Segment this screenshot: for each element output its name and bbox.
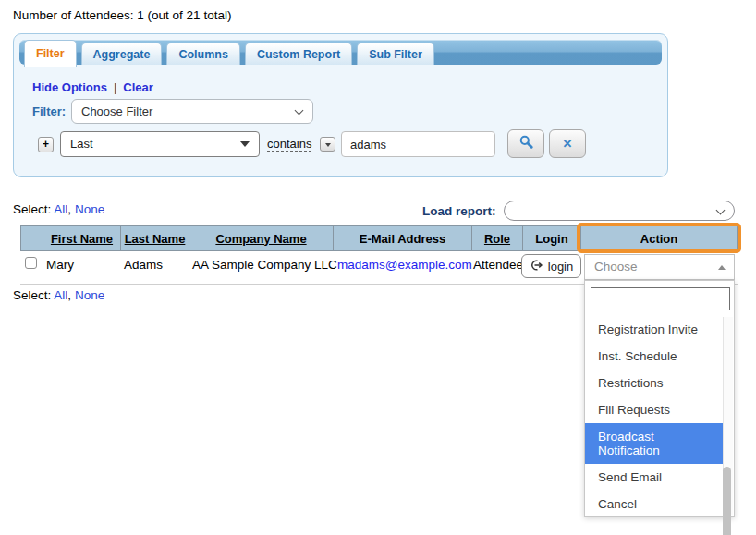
column-header-last-name[interactable]: Last Name — [121, 226, 189, 250]
choose-filter-value: Choose Filter — [81, 104, 152, 118]
select-none-link[interactable]: None — [75, 288, 104, 302]
operator-dropdown-button[interactable] — [320, 137, 335, 152]
email-cell: madams@example.com — [333, 251, 471, 284]
choose-filter-select[interactable]: Choose Filter — [71, 99, 313, 124]
chevron-down-icon — [295, 106, 304, 116]
dropdown-scrollbar-thumb[interactable] — [723, 467, 731, 535]
triangle-down-icon — [240, 141, 250, 147]
action-select-value: Choose — [594, 260, 638, 274]
login-cell: login — [522, 251, 580, 284]
dropdown-option-registration-invite[interactable]: Registration Invite — [585, 316, 725, 343]
filter-option-links: Hide Options|Clear — [32, 80, 153, 94]
tab-columns[interactable]: Columns — [166, 43, 239, 65]
operator-link[interactable]: contains — [267, 137, 311, 152]
action-select[interactable]: Choose — [584, 254, 735, 280]
filter-label: Filter: — [32, 104, 66, 118]
select-all-link[interactable]: All — [54, 202, 67, 216]
dropdown-option-inst-schedule[interactable]: Inst. Schedule — [585, 343, 725, 370]
select-label: Select: — [13, 202, 51, 216]
login-icon — [530, 259, 543, 274]
load-report-select[interactable] — [504, 201, 735, 221]
links-separator: | — [114, 80, 116, 94]
tab-bar: Filter Aggregate Columns Custom Report S… — [19, 40, 662, 65]
chevron-down-icon — [716, 206, 726, 215]
login-button-label: login — [548, 260, 573, 274]
clear-search-button[interactable]: ✕ — [549, 129, 586, 158]
tab-strip: Filter Aggregate Columns Custom Report S… — [24, 40, 434, 65]
action-cell: Choose — [580, 251, 738, 284]
first-name-cell: Mary — [43, 251, 120, 284]
tab-aggregate[interactable]: Aggregate — [81, 43, 163, 65]
column-header-company-name[interactable]: Company Name — [189, 226, 334, 250]
checkbox-cell — [20, 251, 43, 284]
column-header-action: Action — [581, 226, 737, 250]
magnifier-icon — [518, 134, 534, 153]
select-bar-top: Select: All,None — [13, 202, 104, 216]
load-report-label: Load report: — [422, 204, 496, 218]
column-header-login: Login — [523, 226, 581, 250]
tab-filter[interactable]: Filter — [24, 40, 77, 67]
add-condition-button[interactable]: + — [38, 137, 54, 152]
column-header-role[interactable]: Role — [472, 226, 523, 250]
tab-sub-filter[interactable]: Sub Filter — [357, 43, 434, 65]
table-header-row: First Name Last Name Company Name E-Mail… — [20, 225, 738, 251]
email-link[interactable]: madams@example.com — [337, 258, 472, 272]
triangle-up-icon — [718, 265, 726, 270]
page-title: Number of Attendees: 1 (out of 21 total) — [13, 8, 231, 22]
dropdown-option-send-email[interactable]: Send Email — [585, 464, 725, 491]
company-cell: AA Sample Company LLC — [189, 251, 333, 284]
plus-icon: + — [43, 138, 49, 151]
clear-link[interactable]: Clear — [123, 80, 153, 94]
hide-options-link[interactable]: Hide Options — [32, 80, 107, 94]
select-none-link[interactable]: None — [75, 202, 104, 216]
comma: , — [67, 202, 71, 216]
select-bar-bottom: Select: All,None — [13, 288, 104, 302]
select-all-link[interactable]: All — [54, 288, 67, 302]
dropdown-option-restrictions[interactable]: Restrictions — [585, 370, 725, 396]
triangle-down-icon — [325, 143, 331, 147]
x-icon: ✕ — [563, 137, 573, 151]
dropdown-option-broadcast-notification[interactable]: Broadcast Notification — [585, 423, 725, 464]
column-header-checkbox — [21, 226, 43, 250]
login-button[interactable]: login — [521, 254, 581, 278]
dropdown-option-list: Registration Invite Inst. Schedule Restr… — [585, 316, 725, 517]
search-button[interactable] — [507, 129, 544, 158]
tab-custom-report[interactable]: Custom Report — [245, 43, 352, 65]
field-select-value: Last — [70, 137, 93, 151]
row-checkbox[interactable] — [25, 257, 37, 269]
dropdown-scrollbar-track[interactable] — [723, 317, 733, 515]
role-cell: Attendee — [471, 251, 522, 284]
field-select[interactable]: Last — [60, 131, 260, 157]
dropdown-search-input[interactable] — [591, 287, 730, 310]
column-header-first-name[interactable]: First Name — [43, 226, 121, 250]
select-label: Select: — [13, 288, 51, 302]
last-name-cell: Adams — [120, 251, 189, 284]
filter-value-input[interactable] — [341, 131, 495, 157]
dropdown-option-fill-requests[interactable]: Fill Requests — [585, 396, 725, 423]
comma: , — [67, 288, 71, 302]
action-dropdown-panel: Registration Invite Inst. Schedule Restr… — [584, 280, 735, 517]
column-header-email: E-Mail Address — [334, 226, 472, 250]
dropdown-option-cancel[interactable]: Cancel — [585, 491, 725, 517]
filter-panel: Filter Aggregate Columns Custom Report S… — [13, 33, 668, 177]
